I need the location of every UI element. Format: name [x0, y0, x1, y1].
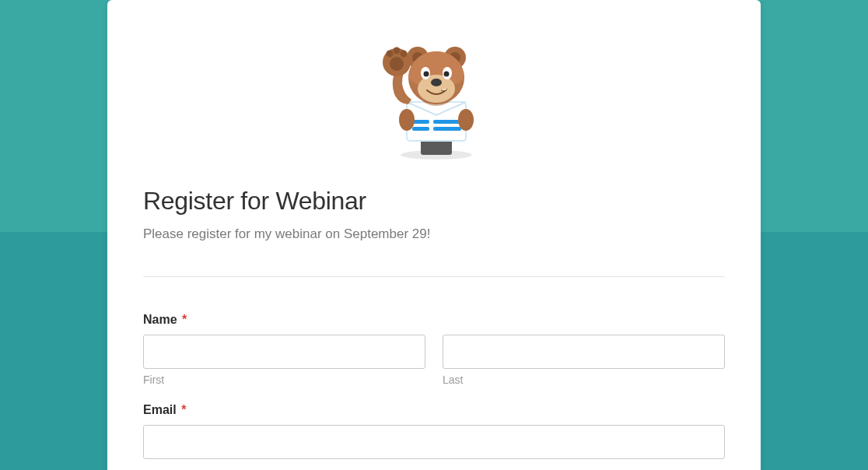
- email-input[interactable]: [143, 425, 725, 459]
- first-name-sublabel: First: [143, 374, 425, 386]
- email-label: Email *: [143, 403, 725, 417]
- form-description: Please register for my webinar on Septem…: [143, 226, 725, 242]
- form-title: Register for Webinar: [143, 187, 725, 216]
- svg-point-23: [444, 72, 450, 77]
- bear-mascot-icon: [368, 28, 500, 160]
- svg-point-12: [394, 47, 401, 54]
- divider: [143, 276, 725, 277]
- required-marker: *: [181, 403, 186, 416]
- svg-rect-3: [412, 120, 429, 124]
- svg-point-11: [387, 51, 394, 58]
- mascot-container: [107, 0, 761, 176]
- name-field-group: Name * First Last: [143, 313, 725, 386]
- last-name-sublabel: Last: [443, 374, 725, 386]
- svg-point-13: [401, 51, 408, 58]
- email-label-text: Email: [143, 403, 177, 416]
- required-marker: *: [182, 313, 187, 326]
- svg-point-7: [399, 109, 415, 131]
- last-name-input[interactable]: [443, 335, 725, 369]
- svg-point-10: [390, 57, 404, 71]
- form-card: Register for Webinar Please register for…: [107, 0, 761, 470]
- svg-point-8: [458, 109, 474, 131]
- name-label-text: Name: [143, 313, 177, 326]
- svg-rect-6: [433, 127, 461, 131]
- svg-point-24: [431, 79, 442, 86]
- svg-rect-4: [412, 127, 429, 131]
- email-field-group: Email *: [143, 403, 725, 459]
- svg-point-21: [424, 72, 429, 77]
- first-name-input[interactable]: [143, 335, 425, 369]
- form-body: Register for Webinar Please register for…: [107, 187, 761, 470]
- svg-rect-5: [433, 120, 461, 124]
- name-label: Name *: [143, 313, 725, 327]
